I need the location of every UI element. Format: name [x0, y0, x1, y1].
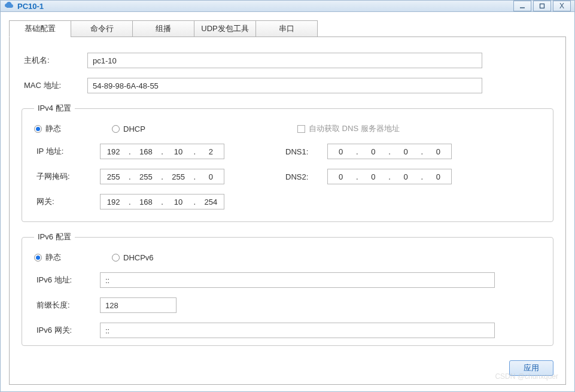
tab-cmdline[interactable]: 命令行 — [71, 20, 133, 37]
ip-octet: 255 — [135, 172, 157, 181]
tab-basic[interactable]: 基础配置 — [9, 20, 71, 37]
mac-label: MAC 地址: — [22, 80, 87, 91]
dns2-label: DNS2: — [285, 172, 327, 181]
ip-octet: 254 — [200, 197, 221, 206]
ip-octet: 0 — [363, 172, 384, 181]
ip-octet: 255 — [168, 172, 189, 181]
checkbox-icon — [297, 125, 305, 133]
window-controls: X — [513, 1, 571, 11]
svg-rect-1 — [540, 4, 544, 8]
radio-label: DHCPv6 — [123, 253, 154, 262]
ipv4-group: IPv4 配置 静态 DHCP 自动获取 DNS 服务器地址 — [22, 103, 553, 222]
ip-octet: 192 — [103, 147, 124, 156]
close-icon: X — [559, 2, 564, 10]
ipv6-group: IPv6 配置 静态 DHCPv6 IPv6 地址: :: — [22, 232, 553, 346]
ip-octet: 168 — [135, 147, 157, 156]
window: PC10-1 X 基础配置 命令行 组播 UDP发包工具 串口 主机名: — [0, 0, 575, 392]
ip-octet: 192 — [103, 197, 124, 206]
titlebar: PC10-1 X — [1, 1, 574, 12]
ipv6-prefix-label: 前缀长度: — [34, 300, 100, 311]
mask-label: 子网掩码: — [34, 171, 100, 182]
watermark: CSDN @chunxquer — [495, 372, 558, 381]
ip-octet: 0 — [363, 147, 384, 156]
auto-dns-checkbox[interactable]: 自动获取 DNS 服务器地址 — [297, 123, 400, 134]
ip-octet: 10 — [168, 147, 189, 156]
dns2-input[interactable]: 0. 0. 0. 0 — [327, 169, 452, 184]
ipv6-addr-label: IPv6 地址: — [34, 275, 100, 285]
ip-octet: 168 — [135, 197, 157, 206]
ipv4-legend: IPv4 配置 — [34, 103, 75, 114]
hostname-value: pc1-10 — [93, 56, 117, 65]
window-title: PC10-1 — [17, 2, 513, 11]
footer: 应用 — [22, 355, 553, 376]
ip-octet: 0 — [427, 172, 449, 181]
hostname-input[interactable]: pc1-10 — [87, 53, 482, 68]
ipv6-static-radio[interactable]: 静态 — [34, 252, 100, 263]
gateway-label: 网关: — [34, 196, 100, 207]
ipv4-static-radio[interactable]: 静态 — [34, 123, 100, 134]
ipv6-dhcpv6-radio[interactable]: DHCPv6 — [112, 253, 154, 262]
radio-icon — [34, 254, 42, 262]
ipv6-gateway-value: :: — [105, 326, 109, 335]
ipv4-dhcp-radio[interactable]: DHCP — [112, 124, 285, 133]
tab-label: UDP发包工具 — [201, 23, 248, 34]
radio-icon — [112, 125, 120, 133]
ipv6-legend: IPv6 配置 — [34, 232, 75, 242]
mac-value: 54-89-98-6A-48-55 — [93, 81, 159, 90]
checkbox-label: 自动获取 DNS 服务器地址 — [309, 123, 400, 134]
ipv6-prefix-input[interactable]: 128 — [100, 297, 177, 313]
ip-octet: 0 — [395, 147, 416, 156]
tab-serial[interactable]: 串口 — [255, 20, 318, 37]
radio-label: 静态 — [45, 123, 61, 134]
ipv6-gateway-label: IPv6 网关: — [34, 325, 100, 336]
tab-label: 组播 — [156, 23, 171, 34]
tab-multicast[interactable]: 组播 — [132, 20, 194, 37]
ip-input[interactable]: 192. 168. 10. 2 — [100, 144, 224, 159]
tab-udp-tool[interactable]: UDP发包工具 — [194, 20, 256, 37]
tab-label: 基础配置 — [25, 23, 56, 34]
ip-octet: 255 — [103, 172, 124, 181]
ip-octet: 0 — [395, 172, 416, 181]
app-icon — [4, 1, 14, 11]
hostname-label: 主机名: — [22, 55, 87, 66]
ip-label: IP 地址: — [34, 146, 100, 157]
basic-section: 主机名: pc1-10 MAC 地址: 54-89-98-6A-48-55 — [22, 53, 553, 93]
ip-octet: 10 — [168, 197, 189, 206]
ipv6-addr-input[interactable]: :: — [100, 272, 495, 288]
radio-label: DHCP — [123, 124, 145, 133]
ip-octet: 0 — [330, 172, 352, 181]
ipv6-addr-value: :: — [105, 276, 109, 285]
radio-icon — [112, 254, 120, 262]
maximize-button[interactable] — [533, 1, 551, 11]
dns1-input[interactable]: 0. 0. 0. 0 — [327, 144, 452, 159]
client-area: 基础配置 命令行 组播 UDP发包工具 串口 主机名: pc1-10 MAC 地… — [1, 12, 574, 392]
tab-bar: 基础配置 命令行 组播 UDP发包工具 串口 — [9, 20, 566, 37]
ip-octet: 2 — [200, 147, 221, 156]
ip-octet: 0 — [200, 172, 221, 181]
tab-label: 串口 — [279, 23, 294, 34]
tab-content-basic: 主机名: pc1-10 MAC 地址: 54-89-98-6A-48-55 IP… — [9, 37, 566, 385]
mac-input[interactable]: 54-89-98-6A-48-55 — [87, 78, 482, 93]
radio-label: 静态 — [45, 252, 61, 263]
ip-octet: 0 — [330, 147, 352, 156]
ipv6-prefix-value: 128 — [105, 301, 118, 310]
tab-label: 命令行 — [90, 23, 114, 34]
close-button[interactable]: X — [553, 1, 571, 11]
radio-icon — [34, 125, 42, 133]
mask-input[interactable]: 255. 255. 255. 0 — [100, 169, 224, 184]
minimize-button[interactable] — [513, 1, 531, 11]
ip-octet: 0 — [427, 147, 449, 156]
gateway-input[interactable]: 192. 168. 10. 254 — [100, 194, 224, 209]
ipv6-gateway-input[interactable]: :: — [100, 323, 495, 338]
dns1-label: DNS1: — [285, 147, 327, 156]
